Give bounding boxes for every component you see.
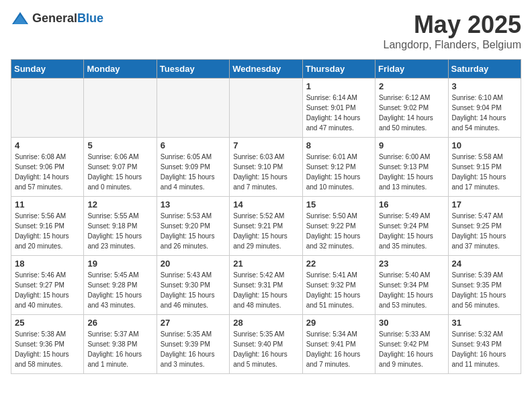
day-number: 24 [452,259,517,269]
day-number: 23 [379,259,444,269]
day-cell: 5Sunrise: 6:06 AM Sunset: 9:07 PM Daylig… [84,138,157,197]
col-header-wednesday: Wednesday [230,60,302,79]
day-cell: 24Sunrise: 5:39 AM Sunset: 9:35 PM Dayli… [448,256,521,315]
day-info: Sunrise: 5:53 AM Sunset: 9:20 PM Dayligh… [161,211,226,251]
day-number: 4 [15,140,80,150]
day-info: Sunrise: 5:50 AM Sunset: 9:22 PM Dayligh… [306,211,371,251]
day-number: 21 [233,259,298,269]
day-cell: 17Sunrise: 5:47 AM Sunset: 9:25 PM Dayli… [448,197,521,256]
day-number: 6 [161,140,226,150]
day-number: 12 [87,199,152,210]
day-info: Sunrise: 5:56 AM Sunset: 9:16 PM Dayligh… [15,211,80,251]
day-info: Sunrise: 5:32 AM Sunset: 9:43 PM Dayligh… [452,329,517,369]
day-info: Sunrise: 5:52 AM Sunset: 9:21 PM Dayligh… [233,211,298,251]
col-header-sunday: Sunday [11,60,84,79]
day-info: Sunrise: 6:00 AM Sunset: 9:13 PM Dayligh… [379,152,444,192]
day-cell: 10Sunrise: 5:58 AM Sunset: 9:15 PM Dayli… [448,138,521,197]
day-info: Sunrise: 5:45 AM Sunset: 9:28 PM Dayligh… [87,270,152,310]
day-number: 19 [87,259,152,269]
day-cell: 2Sunrise: 6:12 AM Sunset: 9:02 PM Daylig… [375,79,448,138]
day-info: Sunrise: 5:46 AM Sunset: 9:27 PM Dayligh… [15,270,80,310]
day-info: Sunrise: 5:47 AM Sunset: 9:25 PM Dayligh… [452,211,517,251]
logo: GeneralBlue [11,11,103,26]
day-number: 28 [233,318,298,328]
day-number: 26 [87,318,152,328]
day-number: 25 [15,318,80,328]
col-header-monday: Monday [84,60,157,79]
day-info: Sunrise: 5:49 AM Sunset: 9:24 PM Dayligh… [379,211,444,251]
day-cell: 27Sunrise: 5:35 AM Sunset: 9:39 PM Dayli… [157,315,229,374]
day-cell: 14Sunrise: 5:52 AM Sunset: 9:21 PM Dayli… [230,197,302,256]
day-cell: 13Sunrise: 5:53 AM Sunset: 9:20 PM Dayli… [157,197,229,256]
day-number: 20 [161,259,226,269]
day-info: Sunrise: 5:43 AM Sunset: 9:30 PM Dayligh… [161,270,226,310]
month-year: May 2025 [384,11,521,39]
day-cell: 12Sunrise: 5:55 AM Sunset: 9:18 PM Dayli… [84,197,157,256]
day-cell: 19Sunrise: 5:45 AM Sunset: 9:28 PM Dayli… [84,256,157,315]
logo-general: General [32,11,77,25]
day-number: 5 [87,140,152,150]
day-number: 22 [306,259,371,269]
col-header-saturday: Saturday [448,60,521,79]
day-cell [157,79,229,138]
day-number: 30 [379,318,444,328]
day-cell: 31Sunrise: 5:32 AM Sunset: 9:43 PM Dayli… [448,315,521,374]
day-info: Sunrise: 5:58 AM Sunset: 9:15 PM Dayligh… [452,152,517,192]
day-number: 2 [379,81,444,91]
day-cell: 11Sunrise: 5:56 AM Sunset: 9:16 PM Dayli… [11,197,84,256]
day-cell [84,79,157,138]
day-number: 15 [306,199,371,210]
day-number: 29 [306,318,371,328]
day-cell [230,79,302,138]
day-number: 9 [379,140,444,150]
day-number: 17 [452,199,517,210]
day-number: 13 [161,199,226,210]
page-header: GeneralBlue May 2025 Langdorp, Flanders,… [11,11,521,51]
day-info: Sunrise: 5:35 AM Sunset: 9:40 PM Dayligh… [233,329,298,369]
day-info: Sunrise: 5:39 AM Sunset: 9:35 PM Dayligh… [452,270,517,310]
day-number: 16 [379,199,444,210]
logo-blue: Blue [77,11,103,25]
day-cell: 29Sunrise: 5:34 AM Sunset: 9:41 PM Dayli… [302,315,375,374]
day-cell: 20Sunrise: 5:43 AM Sunset: 9:30 PM Dayli… [157,256,229,315]
day-cell: 21Sunrise: 5:42 AM Sunset: 9:31 PM Dayli… [230,256,302,315]
location: Langdorp, Flanders, Belgium [384,39,521,51]
day-cell: 23Sunrise: 5:40 AM Sunset: 9:34 PM Dayli… [375,256,448,315]
day-cell: 1Sunrise: 6:14 AM Sunset: 9:01 PM Daylig… [302,79,375,138]
day-cell: 4Sunrise: 6:08 AM Sunset: 9:06 PM Daylig… [11,138,84,197]
day-number: 18 [15,259,80,269]
week-row-5: 25Sunrise: 5:38 AM Sunset: 9:36 PM Dayli… [11,315,521,374]
day-info: Sunrise: 6:03 AM Sunset: 9:10 PM Dayligh… [233,152,298,192]
header-row: SundayMondayTuesdayWednesdayThursdayFrid… [11,60,521,79]
day-info: Sunrise: 5:38 AM Sunset: 9:36 PM Dayligh… [15,329,80,369]
day-cell: 3Sunrise: 6:10 AM Sunset: 9:04 PM Daylig… [448,79,521,138]
day-info: Sunrise: 5:40 AM Sunset: 9:34 PM Dayligh… [379,270,444,310]
day-number: 8 [306,140,371,150]
day-number: 3 [452,81,517,91]
calendar-table: SundayMondayTuesdayWednesdayThursdayFrid… [11,59,521,374]
day-number: 14 [233,199,298,210]
day-info: Sunrise: 6:12 AM Sunset: 9:02 PM Dayligh… [379,93,444,133]
day-cell: 15Sunrise: 5:50 AM Sunset: 9:22 PM Dayli… [302,197,375,256]
day-info: Sunrise: 5:41 AM Sunset: 9:32 PM Dayligh… [306,270,371,310]
day-cell: 9Sunrise: 6:00 AM Sunset: 9:13 PM Daylig… [375,138,448,197]
day-number: 31 [452,318,517,328]
col-header-friday: Friday [375,60,448,79]
day-info: Sunrise: 6:08 AM Sunset: 9:06 PM Dayligh… [15,152,80,192]
week-row-1: 1Sunrise: 6:14 AM Sunset: 9:01 PM Daylig… [11,79,521,138]
day-info: Sunrise: 5:35 AM Sunset: 9:39 PM Dayligh… [161,329,226,369]
day-number: 7 [233,140,298,150]
col-header-thursday: Thursday [302,60,375,79]
week-row-3: 11Sunrise: 5:56 AM Sunset: 9:16 PM Dayli… [11,197,521,256]
day-info: Sunrise: 6:06 AM Sunset: 9:07 PM Dayligh… [87,152,152,192]
day-info: Sunrise: 6:05 AM Sunset: 9:09 PM Dayligh… [161,152,226,192]
day-cell: 22Sunrise: 5:41 AM Sunset: 9:32 PM Dayli… [302,256,375,315]
day-cell: 28Sunrise: 5:35 AM Sunset: 9:40 PM Dayli… [230,315,302,374]
day-info: Sunrise: 5:33 AM Sunset: 9:42 PM Dayligh… [379,329,444,369]
day-info: Sunrise: 6:10 AM Sunset: 9:04 PM Dayligh… [452,93,517,133]
day-info: Sunrise: 5:37 AM Sunset: 9:38 PM Dayligh… [87,329,152,369]
day-cell: 7Sunrise: 6:03 AM Sunset: 9:10 PM Daylig… [230,138,302,197]
day-cell: 18Sunrise: 5:46 AM Sunset: 9:27 PM Dayli… [11,256,84,315]
day-cell [11,79,84,138]
day-info: Sunrise: 5:42 AM Sunset: 9:31 PM Dayligh… [233,270,298,310]
